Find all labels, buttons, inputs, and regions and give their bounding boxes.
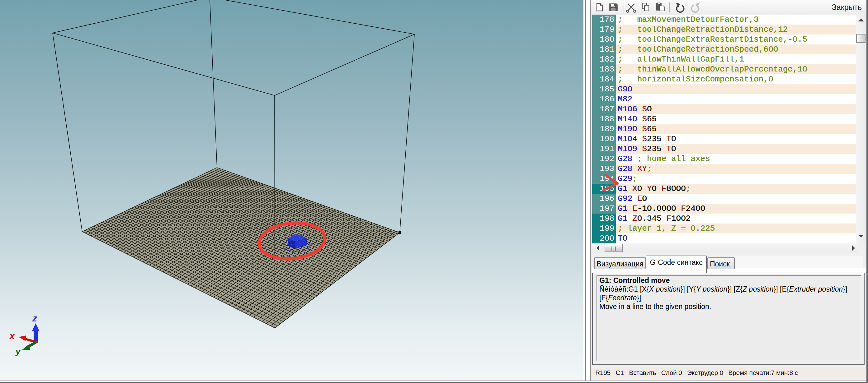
svg-text:x: x xyxy=(9,331,15,341)
svg-text:z: z xyxy=(32,313,37,323)
svg-text:y: y xyxy=(15,347,21,356)
